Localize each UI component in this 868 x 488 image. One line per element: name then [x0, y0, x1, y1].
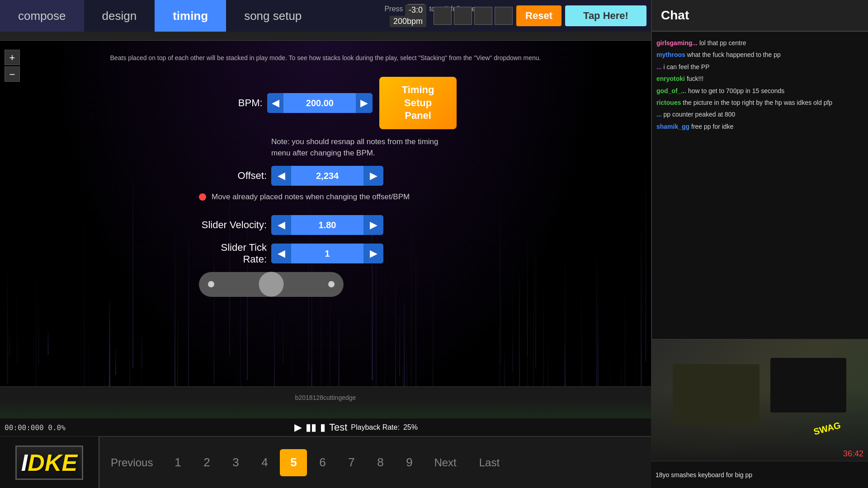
- reset-button[interactable]: Reset: [516, 5, 561, 26]
- zoom-in-button[interactable]: +: [5, 50, 20, 65]
- color-squares: [434, 7, 513, 25]
- rain-bar: [500, 211, 500, 396]
- main-slider[interactable]: [199, 272, 344, 297]
- bpm-note: Note: you should resnap all notes from t…: [271, 136, 457, 159]
- rain-bar: [132, 181, 133, 368]
- counter-display: -3:0: [405, 5, 426, 16]
- page-7-button[interactable]: 7: [338, 449, 365, 476]
- rain-bar: [645, 163, 646, 361]
- page-2-button[interactable]: 2: [193, 449, 220, 476]
- slider-tick-row: Slider Tick Rate: ◀ 1 ▶: [194, 242, 457, 265]
- slider-tick-value: 1: [291, 244, 363, 263]
- test-button[interactable]: Test: [329, 422, 347, 433]
- logo-box: IDKE: [0, 436, 99, 488]
- main-content: Beats placed on top of each other will b…: [0, 32, 651, 488]
- rain-bar: [625, 293, 625, 401]
- rain-bar: [533, 241, 534, 405]
- rain-bar: [47, 331, 49, 355]
- page-1-button[interactable]: 1: [164, 449, 191, 476]
- chat-message: rictoues the picture in the top right by…: [656, 98, 863, 108]
- rain-bar: [17, 291, 18, 362]
- timing-setup-panel-button[interactable]: Timing SetupPanel: [379, 77, 457, 129]
- last-button[interactable]: Last: [468, 437, 511, 488]
- move-notes-row[interactable]: Move already placed notes when changing …: [199, 192, 457, 202]
- page-9-button[interactable]: 9: [396, 449, 423, 476]
- rain-bar: [38, 299, 39, 365]
- rain-bar: [512, 332, 513, 372]
- rain-bar: [406, 343, 408, 392]
- timeline: b2018128cuttingedge 00:00:000 0.0% ▶ ▮▮ …: [0, 386, 651, 436]
- offset-row: Offset: ◀ 2,234 ▶: [194, 166, 457, 186]
- chat-message: god_of_... how to get to 700pp in 15 sec…: [656, 86, 863, 96]
- rain-bar: [399, 316, 400, 376]
- zoom-out-button[interactable]: −: [5, 66, 20, 82]
- page-3-button[interactable]: 3: [222, 449, 249, 476]
- rain-bar: [291, 333, 292, 375]
- page-numbers: 123456789: [164, 449, 423, 476]
- rain-bar: [519, 276, 520, 398]
- slider-tick-increase-button[interactable]: ▶: [363, 244, 383, 263]
- next-button[interactable]: Next: [423, 437, 467, 488]
- bpm-display: 200bpm: [390, 16, 426, 27]
- chat-message: girlsgaming... lol that pp centre: [656, 38, 863, 48]
- page-5-button[interactable]: 5: [280, 449, 307, 476]
- tab-compose[interactable]: compose: [0, 0, 84, 32]
- rain-bar: [175, 232, 176, 399]
- rain-bar: [7, 274, 8, 384]
- info-note: Beats placed on top of each other will b…: [0, 54, 651, 61]
- page-8-button[interactable]: 8: [367, 449, 394, 476]
- slider-thumb[interactable]: [259, 272, 284, 297]
- move-notes-radio[interactable]: [199, 193, 206, 201]
- bottom-navigation: IDKE Previous 123456789 Next Last: [0, 436, 651, 488]
- rain-bar: [84, 216, 85, 405]
- chat-messages[interactable]: girlsgaming... lol that pp centremythroo…: [652, 32, 868, 212]
- rain-bar: [596, 261, 597, 406]
- webcam-thumbnail: SWAG 36:42: [651, 339, 868, 461]
- slider-velocity-value: 1.80: [291, 215, 363, 235]
- slider-velocity-decrease-button[interactable]: ◀: [271, 215, 291, 235]
- slider-velocity-row: Slider Velocity: ◀ 1.80 ▶: [194, 215, 457, 235]
- timing-panel: BPM: ◀ 200.00 ▶ Timing SetupPanel Note: …: [194, 77, 457, 297]
- chat-message: shamik_gg free pp for idke: [656, 122, 863, 131]
- offset-value: 2,234: [291, 166, 363, 186]
- bpm-row: BPM: ◀ 200.00 ▶ Timing SetupPanel: [194, 77, 457, 129]
- pause-button[interactable]: ▮▮: [306, 422, 316, 433]
- tab-timing[interactable]: timing: [155, 0, 226, 32]
- bpm-stepper: ◀ 200.00 ▶: [267, 93, 373, 113]
- rain-bar: [283, 315, 283, 364]
- slider-tick-stepper: ◀ 1 ▶: [271, 244, 383, 263]
- bpm-decrease-button[interactable]: ◀: [267, 93, 284, 113]
- page-6-button[interactable]: 6: [309, 449, 336, 476]
- play-button[interactable]: ▶: [294, 422, 302, 433]
- offset-label: Offset:: [194, 170, 267, 182]
- bpm-increase-button[interactable]: ▶: [356, 93, 373, 113]
- color-square-2: [454, 7, 472, 25]
- offset-decrease-button[interactable]: ◀: [271, 166, 291, 186]
- logo: IDKE: [15, 446, 83, 480]
- playback-rate-label: Playback Rate:: [351, 423, 400, 432]
- slider-tick-decrease-button[interactable]: ◀: [271, 244, 291, 263]
- chat-message: enryotoki fuck!!!: [656, 74, 863, 84]
- tab-song-setup[interactable]: song setup: [226, 0, 320, 32]
- page-4-button[interactable]: 4: [251, 449, 278, 476]
- previous-button[interactable]: Previous: [99, 437, 164, 488]
- slider-velocity-label: Slider Velocity:: [194, 219, 267, 231]
- offset-increase-button[interactable]: ▶: [363, 166, 383, 186]
- playback-rate-value: 25%: [403, 423, 418, 432]
- rain-bar: [9, 328, 9, 356]
- tap-here-button[interactable]: Tap Here!: [565, 5, 646, 26]
- ruler: [0, 32, 651, 41]
- time-display: 00:00:000 0.0%: [5, 423, 66, 432]
- color-square-3: [474, 7, 492, 25]
- chat-panel: Chat girlsgaming... lol that pp centremy…: [651, 0, 868, 488]
- timeline-track[interactable]: b2018128cuttingedge: [0, 387, 651, 418]
- stop-button[interactable]: ▮: [320, 422, 326, 433]
- rain-bar: [395, 284, 396, 393]
- bpm-value: 200.00: [283, 93, 356, 113]
- color-square-4: [495, 7, 513, 25]
- slider-velocity-increase-button[interactable]: ▶: [363, 215, 383, 235]
- slider-tick-label: Slider Tick Rate:: [194, 242, 267, 265]
- tab-design[interactable]: design: [84, 0, 155, 32]
- rain-bar: [500, 191, 501, 365]
- slider-velocity-stepper: ◀ 1.80 ▶: [271, 215, 383, 235]
